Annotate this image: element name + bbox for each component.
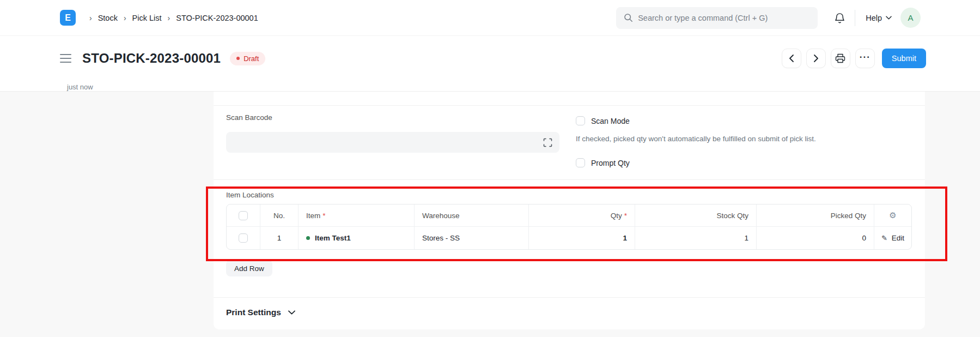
grid-settings-gear-icon[interactable]: ⚙ (889, 210, 896, 220)
breadcrumb-separator-icon: › (168, 14, 171, 22)
page-title: STO-PICK-2023-00001 (82, 51, 221, 66)
breadcrumb-stock[interactable]: Stock (98, 14, 118, 22)
row-edit-cell: ✎ Edit (874, 227, 911, 249)
print-settings-section-toggle[interactable]: Print Settings (226, 304, 295, 321)
column-header-qty: Qty * (529, 204, 635, 226)
logo-letter: E (65, 13, 71, 23)
item-name: Item Test1 (315, 234, 351, 242)
column-header-stock-qty: Stock Qty (635, 204, 757, 226)
user-avatar[interactable]: A (900, 8, 921, 28)
scan-mode-label[interactable]: Scan Mode (591, 117, 630, 125)
item-locations-label: Item Locations (226, 191, 274, 199)
breadcrumb-separator-icon: › (124, 14, 126, 22)
erpnext-logo[interactable]: E (60, 10, 76, 26)
column-header-no: No. (260, 204, 299, 226)
header-select-cell (227, 204, 260, 226)
notifications-button[interactable] (834, 12, 845, 24)
scan-barcode-field (226, 132, 559, 153)
avatar-letter: A (908, 13, 913, 22)
previous-document-button[interactable] (782, 49, 801, 68)
scan-mode-field: Scan Mode (576, 116, 630, 125)
row-warehouse-cell[interactable]: Stores - SS (415, 227, 529, 249)
prompt-qty-label[interactable]: Prompt Qty (591, 159, 630, 167)
required-marker: * (624, 212, 627, 220)
section-divider (214, 105, 925, 106)
search-input[interactable] (638, 14, 801, 22)
page-actions: ··· Submit (782, 49, 926, 68)
sidebar-toggle-icon[interactable] (60, 54, 71, 63)
breadcrumb-separator-icon: › (89, 14, 92, 22)
section-divider (214, 179, 925, 180)
next-document-button[interactable] (806, 49, 826, 68)
search-icon (624, 13, 633, 22)
status-label: Draft (244, 55, 259, 63)
scan-barcode-label: Scan Barcode (226, 113, 272, 122)
printer-icon (835, 53, 845, 63)
row-qty-cell[interactable]: 1 (529, 227, 635, 249)
item-locations-table: No. Item * Warehouse Qty * Stock Qty Pic… (226, 204, 912, 250)
breadcrumb-pick-list[interactable]: Pick List (132, 14, 162, 22)
table-row: 1 Item Test1 Stores - SS 1 1 0 ✎ Edit (227, 227, 911, 249)
scan-frame-icon (543, 138, 552, 147)
navbar-right-cluster: Help A (616, 7, 921, 29)
app-window: E › Stock › Pick List › STO-PICK-2023-00… (0, 0, 980, 337)
bell-icon (834, 12, 845, 24)
status-badge: Draft (230, 52, 265, 65)
scan-barcode-input[interactable] (226, 132, 536, 153)
chevron-down-icon (288, 310, 295, 315)
scan-mode-description: If checked, picked qty won't automatical… (576, 135, 816, 143)
row-stock-qty-cell[interactable]: 1 (635, 227, 757, 249)
help-menu[interactable]: Help (866, 14, 892, 22)
edit-label: Edit (892, 234, 904, 242)
ellipsis-icon: ··· (860, 52, 871, 65)
required-marker: * (322, 212, 325, 220)
menu-button[interactable]: ··· (855, 49, 875, 68)
chevron-right-icon (813, 54, 819, 63)
row-item-cell[interactable]: Item Test1 (299, 227, 415, 249)
barcode-scan-button[interactable] (536, 138, 559, 147)
form-card: Scan Barcode Scan M (214, 92, 925, 329)
page-head: STO-PICK-2023-00001 Draft (0, 36, 980, 92)
column-header-warehouse: Warehouse (415, 204, 529, 226)
pencil-icon: ✎ (881, 234, 887, 242)
table-header-row: No. Item * Warehouse Qty * Stock Qty Pic… (227, 204, 911, 227)
form-content-area: Scan Barcode Scan M (0, 92, 980, 337)
row-number-cell[interactable]: 1 (260, 227, 299, 249)
column-header-picked-qty: Picked Qty (757, 204, 874, 226)
add-row-button[interactable]: Add Row (226, 260, 272, 276)
help-label: Help (866, 14, 882, 22)
submit-button[interactable]: Submit (882, 49, 926, 68)
prompt-qty-checkbox[interactable] (576, 158, 585, 167)
item-status-dot-icon (306, 236, 310, 240)
scan-mode-checkbox[interactable] (576, 116, 585, 125)
status-dot-icon (236, 57, 240, 60)
row-select-cell (227, 227, 260, 249)
print-button[interactable] (831, 49, 850, 68)
prompt-qty-field: Prompt Qty (576, 158, 630, 167)
saved-time-label: just now (67, 82, 93, 92)
edit-row-button[interactable]: ✎ Edit (881, 234, 904, 242)
chevron-left-icon (789, 54, 794, 63)
print-settings-label: Print Settings (226, 308, 281, 317)
select-all-checkbox[interactable] (239, 211, 248, 220)
chevron-down-icon (886, 16, 892, 20)
breadcrumb: › Stock › Pick List › STO-PICK-2023-0000… (83, 14, 258, 22)
navbar-divider (855, 10, 855, 26)
global-search[interactable] (616, 7, 818, 29)
breadcrumb-current-doc[interactable]: STO-PICK-2023-00001 (176, 14, 258, 22)
section-divider (214, 297, 925, 298)
row-picked-qty-cell[interactable]: 0 (757, 227, 874, 249)
row-checkbox[interactable] (239, 233, 248, 243)
table-settings-cell: ⚙ (874, 204, 911, 226)
top-navbar: E › Stock › Pick List › STO-PICK-2023-00… (0, 0, 980, 36)
column-header-item: Item * (299, 204, 415, 226)
